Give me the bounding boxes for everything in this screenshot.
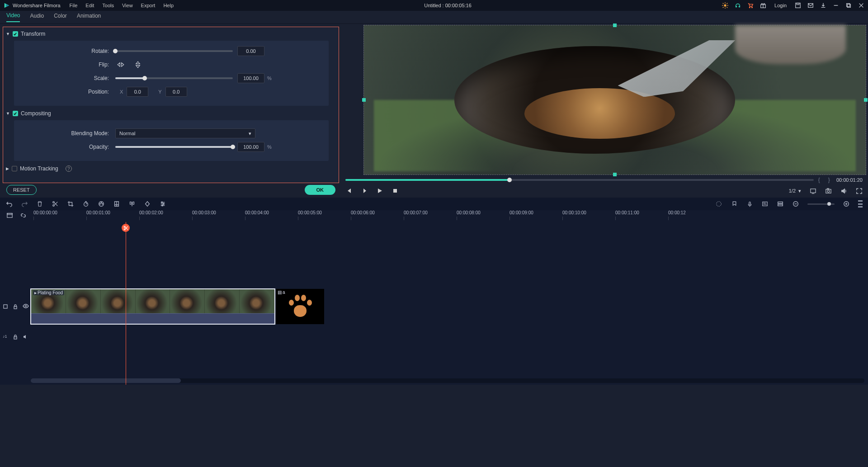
green-screen-icon[interactable] xyxy=(113,200,120,208)
minimize-icon[interactable] xyxy=(833,2,839,9)
resize-handle-e[interactable] xyxy=(864,98,868,102)
download-icon[interactable] xyxy=(820,2,826,9)
svg-point-61 xyxy=(25,305,26,307)
preview-canvas[interactable] xyxy=(363,25,866,175)
svg-rect-56 xyxy=(7,213,12,215)
opacity-input[interactable] xyxy=(237,142,264,152)
rotate-slider[interactable] xyxy=(115,50,233,52)
pos-y-input[interactable] xyxy=(165,87,187,97)
tab-animation[interactable]: Animation xyxy=(77,13,101,22)
split-icon[interactable] xyxy=(52,200,59,208)
redo-icon[interactable] xyxy=(21,200,28,208)
track-visibility-icon[interactable] xyxy=(23,304,28,309)
media-icon[interactable] xyxy=(6,212,14,219)
track-lock-icon[interactable] xyxy=(13,304,18,309)
motion-tracking-header[interactable]: ▶ Motion Tracking ? xyxy=(4,164,338,174)
scale-slider[interactable] xyxy=(115,77,233,79)
menu-file[interactable]: File xyxy=(70,3,78,8)
reset-button[interactable]: RESET xyxy=(6,185,37,195)
blend-mode-select[interactable]: Normal ▾ xyxy=(115,128,255,138)
keyframe-icon[interactable] xyxy=(144,200,151,208)
motion-tracking-checkbox[interactable] xyxy=(12,166,17,171)
transform-header[interactable]: ▼ Transform xyxy=(4,29,338,39)
compositing-header[interactable]: ▼ Compositing xyxy=(4,108,338,118)
scale-label: Scale: xyxy=(25,75,115,81)
preview-progress[interactable] xyxy=(345,179,814,181)
zoom-fit-icon[interactable] xyxy=(858,200,863,208)
compositing-checkbox[interactable] xyxy=(13,111,18,116)
render-icon[interactable] xyxy=(128,200,136,208)
ruler-tick: 00:00:08:00 xyxy=(457,210,481,215)
tab-audio[interactable]: Audio xyxy=(30,13,44,22)
gift-icon[interactable] xyxy=(760,2,766,9)
login-button[interactable]: Login xyxy=(774,3,787,8)
rotate-input[interactable] xyxy=(237,46,264,56)
zoom-slider[interactable] xyxy=(807,203,835,205)
mark-in-icon[interactable]: { xyxy=(818,177,820,183)
color-icon[interactable] xyxy=(98,200,105,208)
menu-export[interactable]: Export xyxy=(141,3,156,8)
record-icon[interactable] xyxy=(746,200,753,208)
cart-icon[interactable] xyxy=(747,2,754,9)
resize-handle-w[interactable] xyxy=(362,98,366,102)
preview-quality-icon[interactable] xyxy=(809,187,816,194)
undo-icon[interactable] xyxy=(5,200,13,208)
stop-button[interactable] xyxy=(392,187,399,194)
tab-color[interactable]: Color xyxy=(54,13,67,22)
support-icon[interactable] xyxy=(735,2,741,9)
audio-track-row: ♪1 xyxy=(0,329,868,345)
volume-icon[interactable] xyxy=(840,187,847,194)
flip-vertical-button[interactable] xyxy=(132,61,143,69)
info-icon[interactable]: ? xyxy=(66,165,72,172)
video-clip-1[interactable]: ▸Plating Food xyxy=(31,289,275,324)
menu-tools[interactable]: Tools xyxy=(102,3,114,8)
timeline-body[interactable]: ▸Plating Food ▤a ♪1 xyxy=(0,222,868,385)
menu-help[interactable]: Help xyxy=(163,3,174,8)
prev-frame-button[interactable] xyxy=(345,187,353,194)
track-settings-icon[interactable] xyxy=(3,304,8,309)
link-icon[interactable] xyxy=(20,212,27,219)
ruler-scale[interactable]: 00:00:00:0000:00:01:0000:00:02:0000:00:0… xyxy=(33,210,868,222)
crop-icon[interactable] xyxy=(67,200,74,208)
zoom-out-icon[interactable] xyxy=(792,200,799,208)
ok-button[interactable]: OK xyxy=(305,185,336,195)
scale-input[interactable] xyxy=(237,73,264,83)
adjust-icon[interactable] xyxy=(159,200,166,208)
fullscreen-icon[interactable] xyxy=(855,187,863,194)
play-button[interactable] xyxy=(376,187,383,194)
manage-tracks-icon[interactable] xyxy=(777,200,784,208)
snapshot-icon[interactable] xyxy=(825,187,832,194)
mixer-icon[interactable] xyxy=(715,200,722,208)
zoom-in-icon[interactable] xyxy=(843,200,850,208)
clip-video-icon: ▸ xyxy=(34,290,37,295)
flip-horizontal-button[interactable] xyxy=(115,61,126,69)
step-back-button[interactable] xyxy=(361,187,368,194)
track-lock-icon[interactable] xyxy=(13,334,18,340)
transform-checkbox[interactable] xyxy=(13,31,18,37)
playhead-scissors-icon[interactable] xyxy=(122,224,130,232)
tab-video[interactable]: Video xyxy=(6,12,20,22)
message-icon[interactable] xyxy=(807,2,814,9)
opacity-slider[interactable] xyxy=(115,146,233,148)
image-clip-2[interactable]: ▤a xyxy=(276,289,324,324)
pos-x-input[interactable] xyxy=(127,87,148,97)
resize-handle-s[interactable] xyxy=(613,173,617,176)
preview-zoom-select[interactable]: 1/2▾ xyxy=(789,188,801,194)
tips-icon[interactable] xyxy=(722,2,728,9)
svg-rect-18 xyxy=(847,4,850,7)
mark-out-icon[interactable]: } xyxy=(828,177,830,183)
delete-icon[interactable] xyxy=(36,200,43,208)
captions-icon[interactable] xyxy=(761,200,769,208)
audio-track-id-icon[interactable]: ♪1 xyxy=(3,334,8,340)
timeline-h-scrollbar[interactable] xyxy=(31,378,864,383)
marker-icon[interactable] xyxy=(731,200,738,208)
close-icon[interactable] xyxy=(858,2,864,9)
panel-buttons: RESET OK xyxy=(3,183,339,197)
speed-icon[interactable] xyxy=(82,200,90,208)
menu-edit[interactable]: Edit xyxy=(85,3,94,8)
menu-view[interactable]: View xyxy=(122,3,133,8)
resize-handle-n[interactable] xyxy=(613,24,617,27)
maximize-icon[interactable] xyxy=(845,2,852,9)
track-mute-icon[interactable] xyxy=(23,334,28,340)
save-icon[interactable] xyxy=(795,2,801,9)
